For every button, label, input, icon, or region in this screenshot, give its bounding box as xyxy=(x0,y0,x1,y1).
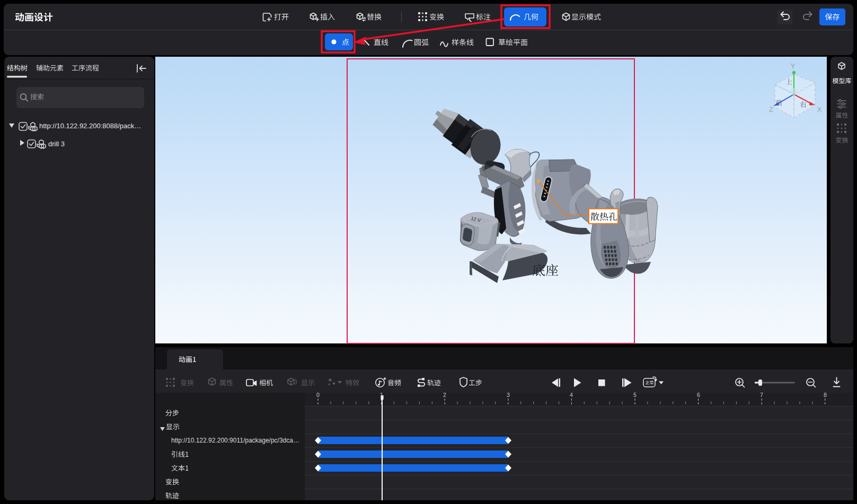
svg-text:0: 0 xyxy=(316,392,320,398)
svg-text:3: 3 xyxy=(507,392,510,398)
svg-text:4: 4 xyxy=(570,392,573,398)
svg-text:X: X xyxy=(817,105,822,113)
svg-text:1: 1 xyxy=(380,392,383,398)
svg-text:2: 2 xyxy=(443,392,446,398)
svg-text:Y: Y xyxy=(791,62,796,70)
svg-text:7: 7 xyxy=(760,392,763,398)
svg-text:5: 5 xyxy=(633,392,637,398)
svg-text:8: 8 xyxy=(824,392,827,398)
svg-text:6: 6 xyxy=(697,392,700,398)
svg-text:Z: Z xyxy=(769,105,773,113)
